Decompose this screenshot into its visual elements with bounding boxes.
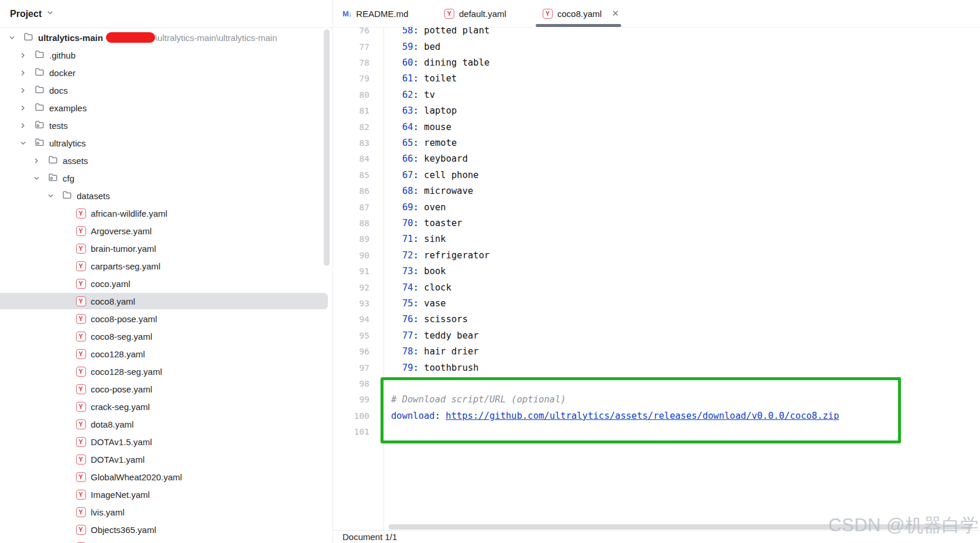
yaml-file-icon: Y: [76, 455, 86, 465]
tree-item-coco128-seg.yaml[interactable]: Ycoco128-seg.yaml: [0, 363, 333, 380]
yaml-value: oven: [424, 202, 446, 213]
tree-item-.github[interactable]: .github: [0, 46, 333, 64]
document-status-text: Document 1/1: [342, 532, 397, 542]
tree-item-GlobalWheat2020.yaml[interactable]: YGlobalWheat2020.yaml: [0, 468, 333, 486]
yaml-comment: # Download script/URL (optional): [391, 394, 566, 405]
tab-label: README.md: [356, 9, 408, 19]
code-line-88: 70: toaster: [391, 216, 980, 231]
tree-item-tests[interactable]: tests: [0, 117, 333, 134]
line-number: 79: [333, 71, 369, 87]
line-number: 88: [333, 216, 369, 231]
yaml-value: sink: [424, 234, 446, 244]
chevron-right-icon[interactable]: [16, 51, 30, 60]
close-tab-icon[interactable]: ✕: [612, 8, 619, 19]
yaml-value: remote: [424, 138, 457, 148]
line-number: 80: [333, 87, 369, 103]
chevron-down-icon[interactable]: [5, 33, 19, 42]
tree-item-ultralytics-main[interactable]: ultralytics-main\ultralytics-main\ultral…: [0, 29, 333, 46]
tree-item-DOTAv1.yaml[interactable]: YDOTAv1.yaml: [0, 450, 333, 468]
tree-item-datasets[interactable]: datasets: [0, 187, 333, 204]
chevron-right-icon[interactable]: [16, 121, 30, 130]
line-number: 100: [333, 408, 369, 424]
tree-item-partial[interactable]: Y: [0, 538, 333, 543]
yaml-key: 63: [402, 105, 413, 116]
tree-item-coco128.yaml[interactable]: Ycoco128.yaml: [0, 345, 333, 363]
tree-item-coco8.yaml[interactable]: Ycoco8.yaml: [0, 292, 333, 310]
yaml-file-icon: Y: [76, 226, 86, 236]
yaml-value: toothbrush: [424, 363, 478, 373]
yaml-file-icon: Y: [76, 261, 86, 271]
tab-readme[interactable]: M↓ README.md: [342, 0, 409, 27]
yaml-file-icon: Y: [76, 472, 86, 482]
tree-vertical-scrollbar[interactable]: [324, 29, 330, 266]
chevron-down-icon[interactable]: [43, 192, 57, 200]
tree-item-ultralytics[interactable]: ultralytics: [0, 134, 333, 152]
code-line-84: 66: keyboard: [391, 151, 980, 167]
chevron-right-icon[interactable]: [16, 86, 30, 95]
project-tool-window-header[interactable]: Project: [0, 0, 333, 28]
yaml-file-icon: Y: [444, 9, 454, 19]
tree-item-Objects365.yaml[interactable]: YObjects365.yaml: [0, 521, 333, 538]
tree-item-dota8.yaml[interactable]: Ydota8.yaml: [0, 415, 333, 433]
code-line-78: 60: dining table: [391, 55, 980, 71]
chevron-right-icon[interactable]: [16, 104, 30, 112]
tree-item-Argoverse.yaml[interactable]: YArgoverse.yaml: [0, 222, 333, 240]
code-line-91: 73: book: [391, 264, 980, 279]
code-line-79: 61: toilet: [391, 71, 980, 87]
tree-item-DOTAv1.5.yaml[interactable]: YDOTAv1.5.yaml: [0, 433, 333, 450]
yaml-value: keyboard: [424, 153, 468, 164]
tree-item-docs[interactable]: docs: [0, 81, 333, 99]
yaml-value: bed: [424, 42, 440, 52]
project-panel: Project ultralytics-main\ultralytics-mai…: [0, 0, 333, 543]
code-line-92: 74: clock: [391, 280, 980, 296]
yaml-value: scissors: [424, 314, 468, 325]
tab-default-yaml[interactable]: Y default.yaml: [444, 0, 506, 27]
yaml-value: dining table: [424, 57, 489, 68]
tree-item-carparts-seg.yaml[interactable]: Ycarparts-seg.yaml: [0, 257, 333, 275]
chevron-down-icon[interactable]: [29, 174, 43, 183]
code-line-89: 71: sink: [391, 231, 980, 247]
tree-item-lvis.yaml[interactable]: Ylvis.yaml: [0, 503, 333, 521]
tree-item-assets[interactable]: assets: [0, 152, 333, 169]
tab-coco8-yaml[interactable]: Y coco8.yaml ✕: [543, 0, 619, 27]
code-line-97: 79: toothbrush: [391, 360, 980, 376]
yaml-value: mouse: [424, 122, 451, 132]
tree-item-ImageNet.yaml[interactable]: YImageNet.yaml: [0, 486, 333, 503]
folder-icon: [48, 155, 58, 166]
code-line-82: 64: mouse: [391, 119, 980, 135]
code-line-83: 65: remote: [391, 135, 980, 151]
tree-item-cfg[interactable]: cfg: [0, 169, 333, 187]
code-viewport: 58: potted plant59: bed60: dining table6…: [391, 27, 980, 530]
folder-icon: [35, 84, 44, 96]
tree-item-african-wildlife.yaml[interactable]: Yafrican-wildlife.yaml: [0, 204, 333, 222]
yaml-file-icon: Y: [76, 209, 86, 218]
tree-item-coco8-seg.yaml[interactable]: Ycoco8-seg.yaml: [0, 327, 333, 345]
csdn-watermark: CSDN @机器白学: [828, 513, 979, 538]
yaml-file-icon: Y: [76, 244, 86, 254]
code-line-93: 75: vase: [391, 296, 980, 312]
yaml-key: 77: [402, 330, 413, 341]
line-number: 95: [333, 328, 369, 344]
yaml-value: toaster: [424, 218, 462, 228]
tree-item-examples[interactable]: examples: [0, 99, 333, 117]
tree-item-coco.yaml[interactable]: Ycoco.yaml: [0, 275, 333, 292]
code-line-96: 78: hair drier: [391, 344, 980, 360]
tree-item-coco-pose.yaml[interactable]: Ycoco-pose.yaml: [0, 380, 333, 398]
gutter-separator: [383, 27, 384, 530]
yaml-key: 64: [402, 122, 413, 132]
chevron-down-icon[interactable]: [16, 139, 30, 148]
chevron-right-icon[interactable]: [29, 156, 43, 165]
tree-item-coco8-pose.yaml[interactable]: Ycoco8-pose.yaml: [0, 310, 333, 327]
line-number: 78: [333, 55, 369, 71]
chevron-right-icon[interactable]: [16, 69, 30, 77]
yaml-file-icon: Y: [76, 314, 86, 324]
folder-icon: [35, 102, 44, 114]
tree-item-brain-tumor.yaml[interactable]: Ybrain-tumor.yaml: [0, 240, 333, 257]
line-number: 87: [333, 200, 369, 216]
download-url-link[interactable]: https://github.com/ultralytics/assets/re…: [446, 411, 839, 421]
code-line-101: [391, 424, 980, 440]
tree-item-docker[interactable]: docker: [0, 64, 333, 81]
yaml-key: 69: [402, 202, 413, 213]
code-line-90: 72: refrigerator: [391, 248, 980, 264]
tree-item-crack-seg.yaml[interactable]: Ycrack-seg.yaml: [0, 398, 333, 415]
